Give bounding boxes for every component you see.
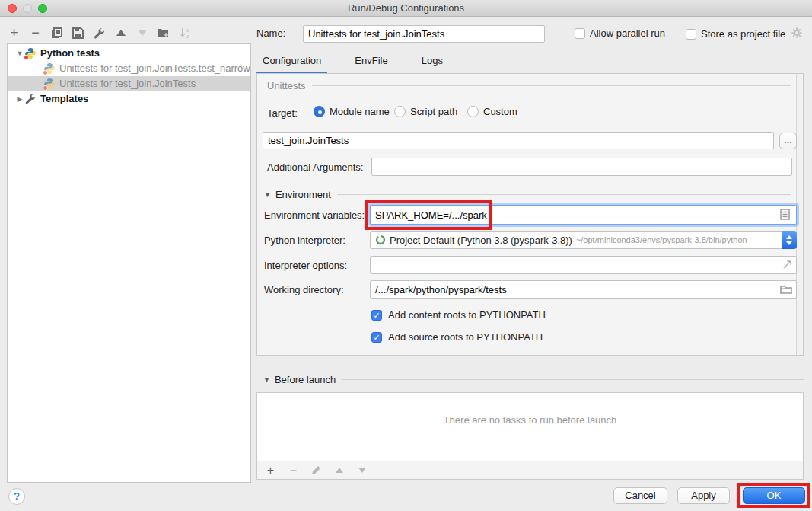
target-script-path-radio[interactable]: Script path (394, 106, 457, 117)
radio-selected-icon[interactable] (314, 106, 325, 117)
chevron-right-icon[interactable]: ▶ (15, 91, 24, 107)
chevron-down-icon (786, 241, 792, 245)
edit-task-pencil-icon[interactable] (310, 464, 323, 477)
env-variables-list-icon[interactable] (780, 209, 790, 222)
interpreter-options-label: Interpreter options: (264, 260, 347, 271)
working-directory-input[interactable] (370, 280, 797, 299)
environment-section-header[interactable]: ▼ Environment (264, 189, 791, 200)
python-tests-icon (24, 47, 37, 59)
browse-button[interactable]: ... (779, 133, 797, 149)
remove-task-icon[interactable]: − (287, 464, 300, 477)
configurations-tree: ▼ Python tests Unittests for test_join.J… (7, 43, 251, 483)
environment-variables-input[interactable] (370, 205, 797, 225)
python-interpreter-path: ~/opt/miniconda3/envs/pyspark-3.8/bin/py… (576, 235, 747, 244)
chevron-down-icon[interactable]: ▼ (15, 46, 24, 61)
target-module-name-radio[interactable]: Module name (314, 106, 390, 117)
before-launch-empty-text: There are no tasks to run before launch (257, 414, 803, 426)
apply-button[interactable]: Apply (677, 487, 730, 504)
chevron-down-icon[interactable]: ▼ (263, 376, 270, 384)
expand-field-icon[interactable] (782, 260, 792, 272)
name-label: Name: (256, 27, 285, 39)
tab-envfile[interactable]: EnvFile (349, 52, 393, 75)
add-task-icon[interactable]: + (264, 464, 277, 477)
unittests-section-header: Unittests (267, 80, 791, 91)
move-down-icon[interactable] (135, 27, 148, 40)
environment-section-label: Environment (275, 189, 331, 200)
additional-arguments-input[interactable] (371, 158, 792, 176)
working-directory-label: Working directory: (264, 284, 344, 295)
radio-unselected-icon[interactable] (394, 106, 406, 117)
python-test-icon (43, 78, 56, 90)
radio-unselected-icon[interactable] (467, 106, 479, 117)
edit-templates-wrench-icon[interactable] (93, 27, 106, 40)
configuration-panel: Unittests Target: Module name Script pat… (256, 73, 804, 356)
add-content-roots-label: Add content roots to PYTHONPATH (388, 309, 546, 321)
before-launch-panel: There are no tasks to run before launch … (256, 392, 804, 480)
move-up-icon[interactable] (114, 27, 127, 40)
help-button[interactable]: ? (8, 488, 25, 505)
tree-item-unittests-test-narrow[interactable]: Unittests for test_join.JoinTests.test_n… (8, 61, 250, 76)
before-launch-section-header[interactable]: ▼ Before launch (263, 374, 804, 385)
target-module-input[interactable] (263, 132, 774, 149)
environment-variables-label: Environment variables: (264, 209, 365, 221)
store-as-project-file-checkbox[interactable]: Store as project file (686, 27, 802, 40)
templates-wrench-icon (24, 93, 37, 105)
interpreter-stepper-button[interactable] (782, 231, 797, 249)
svg-text:a: a (186, 27, 189, 33)
section-divider (312, 85, 791, 86)
tree-item-templates[interactable]: ▶ Templates (8, 91, 250, 107)
target-custom-label: Custom (483, 106, 517, 117)
checkbox-unchecked-icon[interactable] (575, 28, 585, 39)
test-badge-icon (43, 85, 48, 91)
name-input[interactable] (303, 25, 545, 43)
ok-button[interactable]: OK (743, 487, 805, 504)
chevron-up-icon (786, 235, 792, 239)
target-module-name-label: Module name (330, 106, 390, 117)
python-interpreter-value: Project Default (Python 3.8 (pyspark-3.8… (390, 235, 572, 246)
configuration-tabs: Configuration EnvFile Logs (256, 52, 449, 75)
python-test-icon (43, 62, 56, 75)
tree-item-unittests-jointests-selected[interactable]: Unittests for test_join.JoinTests (8, 76, 250, 91)
move-task-down-icon[interactable] (355, 464, 368, 477)
store-as-project-file-label: Store as project file (701, 28, 785, 40)
additional-arguments-label: Additional Arguments: (267, 161, 363, 173)
sort-configurations-icon[interactable]: az (178, 27, 191, 40)
svg-text:z: z (186, 34, 189, 39)
checkbox-unchecked-icon[interactable] (686, 29, 696, 40)
title-bar: Run/Debug Configurations (0, 0, 812, 17)
test-badge-icon (24, 55, 29, 60)
chevron-down-icon[interactable]: ▼ (264, 191, 271, 199)
tab-configuration[interactable]: Configuration (256, 52, 327, 75)
target-custom-radio[interactable]: Custom (467, 106, 517, 117)
copy-configuration-icon[interactable] (50, 27, 63, 40)
target-label: Target: (267, 107, 298, 119)
add-content-roots-checkbox[interactable]: ✓ Add content roots to PYTHONPATH (371, 309, 546, 321)
run-debug-configurations-dialog: Run/Debug Configurations + − az ▼ (0, 0, 812, 511)
vertical-scrollbar[interactable] (796, 74, 803, 355)
save-configuration-icon[interactable] (72, 27, 84, 40)
create-folder-icon[interactable] (157, 27, 170, 40)
python-interpreter-label: Python interpreter: (264, 235, 345, 246)
checkbox-checked-icon[interactable]: ✓ (371, 310, 382, 321)
window-title: Run/Debug Configurations (0, 2, 812, 14)
test-badge-icon (43, 70, 48, 75)
gear-icon[interactable] (791, 27, 802, 40)
unittests-section-label: Unittests (267, 80, 306, 91)
tab-logs[interactable]: Logs (416, 52, 449, 75)
checkbox-checked-icon[interactable]: ✓ (371, 332, 382, 343)
section-divider (337, 194, 791, 195)
allow-parallel-run-label: Allow parallel run (590, 27, 665, 39)
python-interpreter-combobox[interactable]: Project Default (Python 3.8 (pyspark-3.8… (370, 231, 797, 249)
allow-parallel-run-checkbox[interactable]: Allow parallel run (575, 27, 665, 39)
move-task-up-icon[interactable] (333, 464, 345, 477)
remove-configuration-icon[interactable]: − (29, 27, 42, 40)
add-source-roots-checkbox[interactable]: ✓ Add source roots to PYTHONPATH (371, 331, 543, 343)
before-launch-toolbar: + − (257, 461, 803, 479)
before-launch-section-label: Before launch (275, 374, 336, 385)
conda-interpreter-icon (375, 235, 386, 245)
interpreter-options-input[interactable] (370, 256, 797, 274)
folder-browse-icon[interactable] (780, 284, 792, 296)
add-configuration-icon[interactable]: + (8, 27, 21, 40)
tree-item-python-tests[interactable]: ▼ Python tests (8, 46, 250, 61)
cancel-button[interactable]: Cancel (613, 487, 667, 504)
